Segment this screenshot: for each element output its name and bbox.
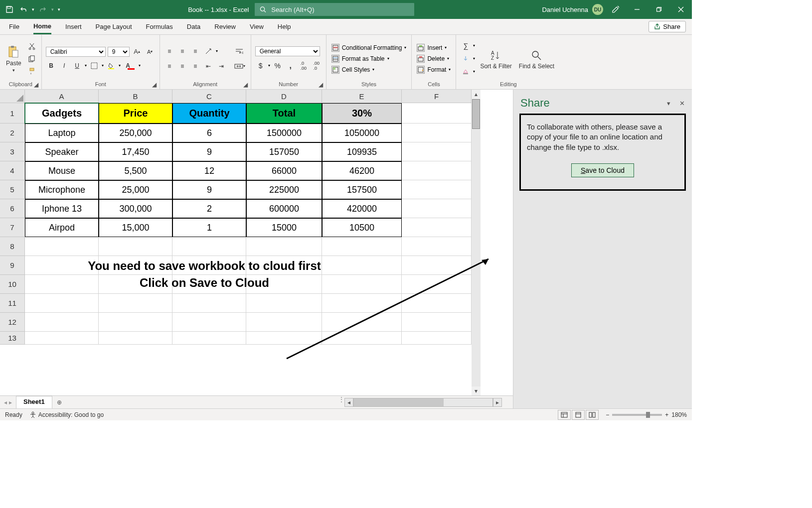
cell[interactable]: Quantity [172, 103, 246, 124]
page-break-view-button[interactable] [586, 410, 599, 420]
tab-home[interactable]: Home [33, 19, 51, 34]
save-to-cloud-button[interactable]: Save to Cloud [571, 163, 634, 177]
orientation-icon[interactable] [203, 46, 214, 57]
format-as-table-button[interactable]: Format as Table ▾ [330, 54, 408, 63]
cell[interactable]: 225000 [246, 180, 322, 199]
increase-indent-icon[interactable]: ⇥ [216, 61, 227, 72]
align-middle-icon[interactable]: ≡ [177, 46, 188, 57]
find-select-button[interactable]: Find & Select [517, 47, 556, 70]
underline-button[interactable]: U [72, 60, 83, 71]
format-painter-icon[interactable] [26, 66, 37, 77]
format-cells-button[interactable]: Format ▾ [416, 65, 452, 74]
tab-review[interactable]: Review [214, 19, 236, 34]
cell[interactable] [25, 294, 99, 313]
cell[interactable] [99, 237, 172, 256]
row-header[interactable]: 7 [0, 218, 25, 237]
column-header[interactable]: E [322, 90, 402, 103]
cell[interactable] [99, 294, 172, 313]
delete-cells-button[interactable]: Delete ▾ [416, 54, 452, 63]
share-button-top[interactable]: Share [649, 21, 686, 32]
column-header[interactable]: C [172, 90, 246, 103]
cell[interactable]: 157500 [322, 180, 402, 199]
hscroll-left-icon[interactable]: ◂ [344, 398, 353, 407]
pen-icon[interactable] [611, 5, 620, 14]
clear-icon[interactable] [460, 66, 471, 77]
select-all-corner[interactable] [0, 90, 25, 103]
border-icon[interactable] [89, 60, 100, 71]
user-name[interactable]: Daniel Uchenna [542, 6, 588, 13]
cell[interactable]: 5,500 [99, 161, 172, 180]
align-right-icon[interactable]: ≡ [190, 61, 201, 72]
zoom-control[interactable]: − + 180% [606, 411, 687, 418]
zoom-level[interactable]: 180% [671, 411, 687, 418]
decrease-font-icon[interactable]: A▾ [145, 46, 156, 57]
cell[interactable]: 10500 [322, 218, 402, 237]
cell[interactable]: 66000 [246, 161, 322, 180]
fill-icon[interactable] [460, 53, 471, 64]
row-header[interactable]: 5 [0, 180, 25, 199]
cell[interactable] [402, 124, 472, 142]
page-layout-view-button[interactable] [572, 410, 585, 420]
cell[interactable]: 1050000 [322, 124, 402, 142]
font-launcher-icon[interactable]: ◢ [152, 82, 158, 88]
cell[interactable]: 157050 [246, 142, 322, 161]
decrease-indent-icon[interactable]: ⇤ [203, 61, 214, 72]
cell[interactable]: Price [99, 103, 172, 124]
row-header[interactable]: 13 [0, 332, 25, 345]
zoom-out-icon[interactable]: − [606, 411, 609, 418]
cell[interactable]: 600000 [246, 199, 322, 218]
wrap-text-icon[interactable]: c [233, 46, 247, 57]
cell[interactable]: 300,000 [99, 199, 172, 218]
row-header[interactable]: 8 [0, 237, 25, 256]
comma-format-icon[interactable]: , [285, 60, 296, 71]
bold-button[interactable]: B [46, 60, 57, 71]
cell[interactable]: 6 [172, 124, 246, 142]
cell[interactable]: 15,000 [99, 218, 172, 237]
cell[interactable] [99, 332, 172, 345]
tab-formulas[interactable]: Formulas [146, 19, 173, 34]
align-bottom-icon[interactable]: ≡ [190, 46, 201, 57]
number-launcher-icon[interactable]: ◢ [318, 82, 324, 88]
zoom-in-icon[interactable]: + [665, 411, 668, 418]
row-header[interactable]: 12 [0, 313, 25, 332]
cell[interactable] [402, 103, 472, 124]
column-header[interactable]: B [99, 90, 172, 103]
sort-filter-button[interactable]: AZ Sort & Filter [478, 47, 513, 70]
percent-format-icon[interactable]: % [272, 60, 283, 71]
cell[interactable]: 1 [172, 218, 246, 237]
search-box[interactable] [255, 3, 414, 16]
copy-icon[interactable] [26, 53, 37, 64]
alignment-launcher-icon[interactable]: ◢ [243, 82, 249, 88]
cell[interactable]: Speaker [25, 142, 99, 161]
cell[interactable] [402, 142, 472, 161]
tab-data[interactable]: Data [187, 19, 200, 34]
scroll-down-icon[interactable]: ▾ [472, 386, 481, 395]
increase-decimal-icon[interactable]: .0.00 [298, 60, 309, 71]
cell[interactable] [25, 237, 99, 256]
clipboard-launcher-icon[interactable]: ◢ [33, 82, 39, 88]
cell[interactable] [246, 237, 322, 256]
cell[interactable]: Total [246, 103, 322, 124]
tab-prev-icon[interactable]: ◂ [4, 399, 7, 406]
cell[interactable]: Laptop [25, 124, 99, 142]
cell[interactable] [402, 218, 472, 237]
accessibility-status[interactable]: Accessibility: Good to go [29, 411, 104, 418]
cell[interactable] [402, 180, 472, 199]
hscroll-right-icon[interactable]: ▸ [493, 398, 502, 407]
cell[interactable]: 25,000 [99, 180, 172, 199]
save-icon[interactable] [4, 4, 15, 15]
font-name-select[interactable]: Calibri [46, 47, 106, 57]
add-sheet-button[interactable]: ⊕ [52, 396, 66, 408]
row-header[interactable]: 9 [0, 256, 25, 275]
normal-view-button[interactable] [558, 410, 571, 420]
undo-icon[interactable] [18, 4, 29, 15]
tab-view[interactable]: View [250, 19, 264, 34]
sheet-tab[interactable]: Sheet1 [16, 396, 52, 408]
redo-icon[interactable] [37, 4, 48, 15]
row-header[interactable]: 1 [0, 103, 25, 124]
cell-styles-button[interactable]: Cell Styles ▾ [330, 65, 408, 74]
minimize-button[interactable] [626, 0, 648, 19]
cell[interactable]: 46200 [322, 161, 402, 180]
row-header[interactable]: 2 [0, 124, 25, 142]
row-header[interactable]: 3 [0, 142, 25, 161]
